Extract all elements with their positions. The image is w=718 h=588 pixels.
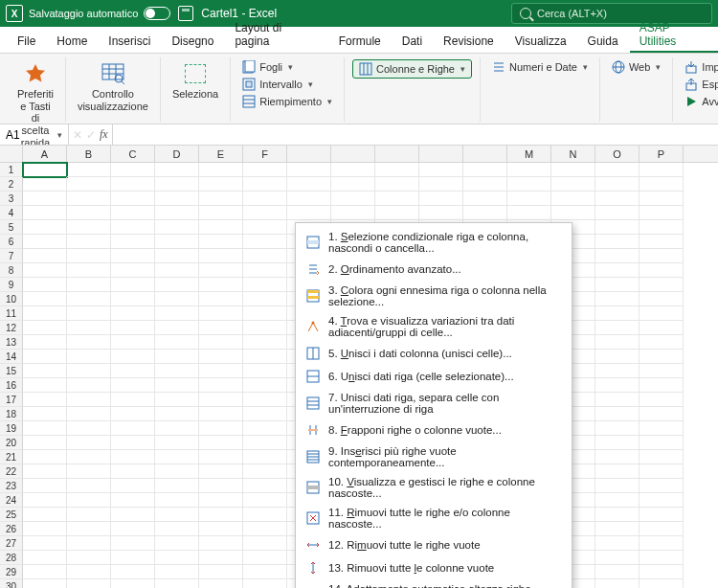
cell[interactable] — [419, 192, 463, 206]
cell[interactable] — [111, 235, 155, 249]
cell[interactable] — [67, 278, 111, 292]
cell[interactable] — [507, 163, 551, 177]
cell[interactable] — [23, 450, 67, 464]
cell[interactable] — [375, 177, 419, 192]
cell[interactable] — [155, 551, 199, 565]
cell[interactable] — [595, 536, 639, 551]
vision-control-button[interactable]: Controllo visualizzazione — [74, 59, 152, 114]
cell[interactable] — [67, 364, 111, 378]
cell[interactable] — [67, 393, 111, 407]
menu-item-9[interactable]: 9. Inserisci più righe vuote contemporan… — [296, 441, 572, 472]
cell[interactable] — [67, 321, 111, 335]
cell[interactable] — [463, 206, 507, 220]
numeri-date-button[interactable]: Numeri e Date▾ — [488, 59, 592, 75]
save-icon[interactable] — [178, 6, 193, 21]
cell[interactable] — [111, 393, 155, 407]
cell[interactable] — [155, 306, 199, 321]
cell[interactable] — [155, 192, 199, 206]
cell[interactable] — [23, 206, 67, 220]
cell[interactable] — [155, 579, 199, 588]
cancel-icon[interactable]: ✕ — [73, 128, 82, 142]
cell[interactable] — [639, 436, 684, 450]
cell[interactable] — [595, 436, 639, 450]
cell[interactable] — [111, 579, 155, 588]
cell[interactable] — [111, 177, 155, 192]
cell[interactable] — [243, 321, 287, 335]
cell[interactable] — [199, 436, 243, 450]
cell[interactable] — [67, 220, 111, 235]
cell[interactable] — [243, 163, 287, 177]
cell[interactable] — [243, 192, 287, 206]
cell[interactable] — [595, 464, 639, 479]
cell[interactable] — [243, 522, 287, 536]
toggle-icon[interactable] — [144, 7, 170, 20]
row-header[interactable]: 30 — [0, 579, 23, 588]
cell[interactable] — [243, 479, 287, 493]
cell[interactable] — [639, 393, 684, 407]
tab-layout-di-pagina[interactable]: Layout di pagina — [225, 15, 326, 53]
cell[interactable] — [331, 192, 375, 206]
cell[interactable] — [111, 192, 155, 206]
cell[interactable] — [67, 192, 111, 206]
cell[interactable] — [331, 177, 375, 192]
cell[interactable] — [243, 579, 287, 588]
cell[interactable] — [199, 551, 243, 565]
cell[interactable] — [155, 464, 199, 479]
cell[interactable] — [23, 565, 67, 579]
column-header[interactable] — [287, 146, 331, 162]
cell[interactable] — [639, 220, 684, 235]
cell[interactable] — [595, 292, 639, 306]
row-header[interactable]: 24 — [0, 493, 23, 508]
cell[interactable] — [199, 579, 243, 588]
cell[interactable] — [23, 436, 67, 450]
row-header[interactable]: 11 — [0, 306, 23, 321]
cell[interactable] — [111, 249, 155, 263]
cell[interactable] — [111, 565, 155, 579]
row-header[interactable]: 27 — [0, 536, 23, 551]
column-header[interactable]: P — [639, 146, 684, 162]
cell[interactable] — [67, 306, 111, 321]
importa-button[interactable]: Importa▾ — [681, 59, 718, 75]
tab-inserisci[interactable]: Inserisci — [99, 29, 160, 53]
cell[interactable] — [595, 450, 639, 464]
cell[interactable] — [419, 206, 463, 220]
cell[interactable] — [67, 522, 111, 536]
column-header[interactable]: B — [67, 146, 111, 162]
cell[interactable] — [23, 421, 67, 436]
cell[interactable] — [639, 364, 684, 378]
row-header[interactable]: 15 — [0, 364, 23, 378]
cell[interactable] — [67, 263, 111, 278]
cell[interactable] — [23, 321, 67, 335]
row-header[interactable]: 20 — [0, 436, 23, 450]
column-header[interactable]: A — [23, 146, 67, 162]
cell[interactable] — [155, 436, 199, 450]
cell[interactable] — [595, 421, 639, 436]
cell[interactable] — [639, 306, 684, 321]
cell[interactable] — [243, 350, 287, 364]
cell[interactable] — [639, 192, 684, 206]
accept-icon[interactable]: ✓ — [86, 128, 96, 142]
cell[interactable] — [463, 163, 507, 177]
cell[interactable] — [111, 321, 155, 335]
cell[interactable] — [111, 536, 155, 551]
cell[interactable] — [243, 393, 287, 407]
autosave-toggle[interactable]: Salvataggio automatico — [29, 7, 170, 20]
cell[interactable] — [155, 565, 199, 579]
cell[interactable] — [67, 508, 111, 522]
column-header[interactable]: N — [551, 146, 595, 162]
menu-item-6[interactable]: 6. Unisci dati riga (celle selezionate).… — [296, 365, 572, 388]
row-header[interactable]: 5 — [0, 220, 23, 235]
row-header[interactable]: 17 — [0, 393, 23, 407]
cell[interactable] — [595, 192, 639, 206]
column-header[interactable] — [463, 146, 507, 162]
cell[interactable] — [199, 306, 243, 321]
cell[interactable] — [243, 206, 287, 220]
cell[interactable] — [23, 220, 67, 235]
cell[interactable] — [199, 278, 243, 292]
row-header[interactable]: 13 — [0, 335, 23, 350]
cell[interactable] — [243, 436, 287, 450]
cell[interactable] — [595, 579, 639, 588]
avvia-button[interactable]: Avvia▾ — [681, 94, 718, 109]
cell[interactable] — [23, 579, 67, 588]
cell[interactable] — [595, 306, 639, 321]
